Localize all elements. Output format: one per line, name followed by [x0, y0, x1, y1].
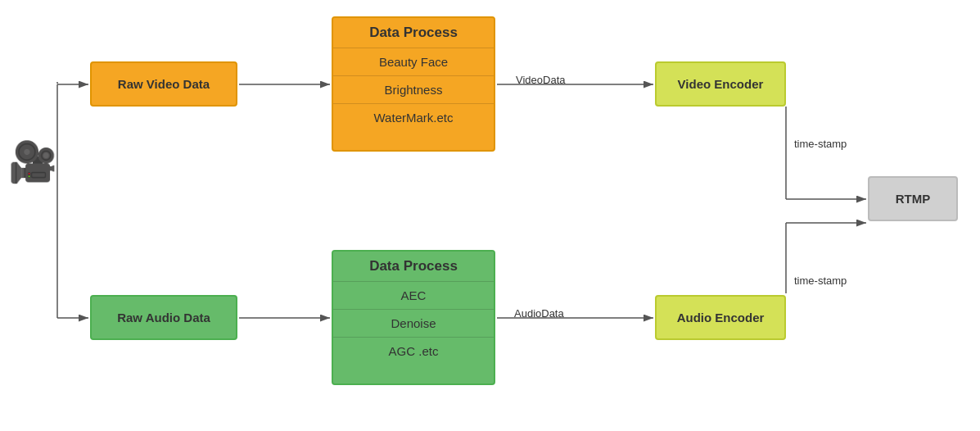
- watermark-item: WaterMark.etc: [333, 103, 494, 131]
- audio-encoder-box: Audio Encoder: [655, 295, 786, 340]
- data-process-audio-header: Data Process: [333, 252, 494, 281]
- audio-data-label: AudioData: [514, 307, 564, 320]
- time-stamp-bottom-label: time-stamp: [794, 274, 847, 287]
- aec-item: AEC: [333, 281, 494, 309]
- brightness-item: Brightness: [333, 75, 494, 103]
- beauty-face-item: Beauty Face: [333, 48, 494, 75]
- data-process-video-box: Data Process Beauty Face Brightness Wate…: [332, 16, 495, 152]
- audio-encoder-label: Audio Encoder: [677, 311, 765, 324]
- raw-video-data-box: Raw Video Data: [90, 61, 237, 107]
- raw-video-label: Raw Video Data: [118, 77, 210, 91]
- data-process-audio-box: Data Process AEC Denoise AGC .etc: [332, 250, 495, 385]
- raw-audio-data-box: Raw Audio Data: [90, 295, 237, 340]
- rtmp-box: RTMP: [868, 176, 958, 221]
- rtmp-label: RTMP: [896, 192, 931, 206]
- denoise-item: Denoise: [333, 309, 494, 337]
- raw-audio-label: Raw Audio Data: [117, 311, 210, 324]
- video-data-label: VideoData: [516, 74, 565, 86]
- video-encoder-box: Video Encoder: [655, 61, 786, 107]
- time-stamp-top-label: time-stamp: [794, 138, 847, 150]
- camera-icon: 🎥: [8, 139, 57, 185]
- diagram: 🎥 Raw Video Data Data Process Beauty Fac…: [0, 0, 980, 431]
- video-encoder-label: Video Encoder: [678, 77, 764, 91]
- data-process-video-header: Data Process: [333, 18, 494, 48]
- agc-item: AGC .etc: [333, 337, 494, 365]
